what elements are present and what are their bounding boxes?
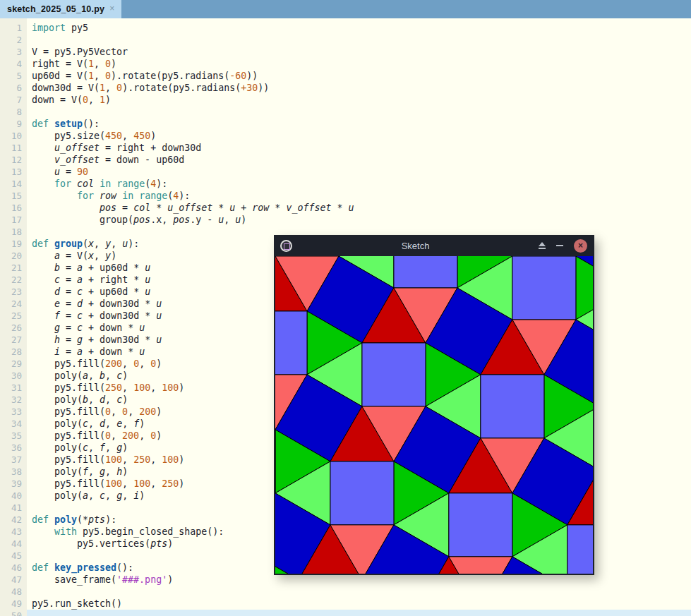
quad-acgi [394, 256, 457, 288]
line-number: 24 [0, 298, 22, 310]
code-line [27, 34, 691, 46]
line-number: 48 [0, 586, 22, 598]
eject-icon [539, 242, 546, 246]
line-number: 6 [0, 82, 22, 94]
tab-label: sketch_2025_05_10.py [7, 4, 104, 14]
line-number: 18 [0, 226, 22, 238]
code-line [27, 586, 691, 598]
line-number: 25 [0, 310, 22, 322]
code-line [27, 106, 691, 118]
quad-acgi [330, 461, 394, 525]
line-number: 12 [0, 154, 22, 166]
sketch-window-title: Sketch [292, 241, 539, 251]
code-line-current [27, 610, 691, 616]
line-number: 37 [0, 454, 22, 466]
line-number: 21 [0, 262, 22, 274]
line-number: 14 [0, 178, 22, 190]
tab-bar: sketch_2025_05_10.py × [0, 0, 691, 18]
quad-acgi [362, 343, 426, 406]
quad-acgi [567, 525, 593, 574]
code-line: for col in range(4): [27, 178, 691, 190]
code-line: import py5 [27, 22, 691, 34]
line-number: 1 [0, 22, 22, 34]
line-number: 39 [0, 478, 22, 490]
line-number: 35 [0, 430, 22, 442]
line-number: 41 [0, 502, 22, 514]
line-number: 34 [0, 418, 22, 430]
line-number: 16 [0, 202, 22, 214]
code-line: u_offset = right + down30d [27, 142, 691, 154]
py5-app-icon [280, 240, 292, 252]
line-number: 5 [0, 70, 22, 82]
code-line: up60d = V(1, 0).rotate(py5.radians(-60)) [27, 70, 691, 82]
line-number: 27 [0, 334, 22, 346]
sketch-window[interactable]: Sketch × [274, 235, 594, 575]
line-number: 50 [0, 610, 22, 616]
line-number: 47 [0, 574, 22, 586]
code-line: pos = col * u_offset * u + row * v_offse… [27, 202, 691, 214]
line-number: 3 [0, 46, 22, 58]
line-number: 7 [0, 94, 22, 106]
sketch-window-titlebar[interactable]: Sketch × [274, 235, 594, 256]
code-line: py5.size(450, 450) [27, 130, 691, 142]
quad-acgi [275, 311, 307, 375]
line-number: 19 [0, 238, 22, 250]
triangle-cfg [576, 256, 593, 320]
code-line: group(pos.x, pos.y - u, u) [27, 214, 691, 226]
line-number: 23 [0, 286, 22, 298]
line-number: 20 [0, 250, 22, 262]
line-number: 38 [0, 466, 22, 478]
line-number: 49 [0, 598, 22, 610]
line-number: 32 [0, 394, 22, 406]
code-line: py5.run_sketch() [27, 598, 691, 610]
sketch-canvas-frame [275, 256, 593, 574]
line-number: 17 [0, 214, 22, 226]
gutter: 1234567891011121314151617181920212223242… [0, 18, 27, 616]
code-line: V = py5.Py5Vector [27, 46, 691, 58]
code-line: for row in range(4): [27, 190, 691, 202]
maximize-button[interactable] [539, 242, 546, 249]
line-number: 10 [0, 130, 22, 142]
line-number: 2 [0, 34, 22, 46]
line-number: 8 [0, 106, 22, 118]
code-line: save_frame('###.png') [27, 574, 691, 586]
code-line: v_offset = down - up60d [27, 154, 691, 166]
line-number: 22 [0, 274, 22, 286]
quad-acgi [449, 493, 512, 557]
code-line: u = 90 [27, 166, 691, 178]
code-line: down = V(0, 1) [27, 94, 691, 106]
tab-close-icon[interactable]: × [109, 4, 114, 13]
line-number: 43 [0, 526, 22, 538]
window-controls: × [539, 239, 587, 253]
line-number: 44 [0, 538, 22, 550]
code-line: down30d = V(1, 0).rotate(py5.radians(+30… [27, 82, 691, 94]
minimize-button[interactable] [556, 245, 563, 246]
line-number: 9 [0, 118, 22, 130]
code-line: right = V(1, 0) [27, 58, 691, 70]
line-number: 45 [0, 550, 22, 562]
line-number: 29 [0, 358, 22, 370]
line-number: 33 [0, 406, 22, 418]
close-button[interactable]: × [574, 239, 587, 253]
line-number: 30 [0, 370, 22, 382]
tab-sketch-file[interactable]: sketch_2025_05_10.py × [0, 0, 121, 18]
line-number: 11 [0, 142, 22, 154]
line-number: 36 [0, 442, 22, 454]
line-number: 4 [0, 58, 22, 70]
code-line: def setup(): [27, 118, 691, 130]
line-number: 26 [0, 322, 22, 334]
line-number: 28 [0, 346, 22, 358]
quad-acgi [481, 375, 544, 438]
line-number: 46 [0, 562, 22, 574]
sketch-canvas[interactable] [275, 256, 593, 574]
line-number: 42 [0, 514, 22, 526]
line-number: 15 [0, 190, 22, 202]
line-number: 31 [0, 382, 22, 394]
line-number: 40 [0, 490, 22, 502]
line-number: 13 [0, 166, 22, 178]
triangle-bdc [449, 557, 512, 574]
quad-acgi [512, 256, 576, 320]
